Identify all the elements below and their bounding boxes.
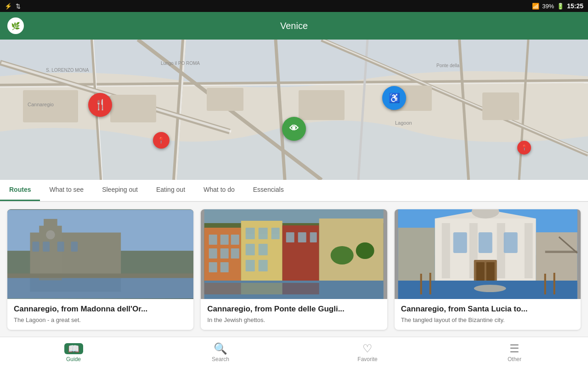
map-area[interactable]: Cannaregio Lagoon S. LORENZO MONA Ponte … xyxy=(0,40,588,180)
bottom-navigation: 📖 Guide 🔍 Search ♡ Favorite ☰ Other xyxy=(0,337,588,368)
svg-rect-36 xyxy=(57,242,64,252)
svg-rect-55 xyxy=(246,244,255,255)
svg-rect-19 xyxy=(299,90,345,120)
card3-title: Cannaregio, from Santa Lucia to... xyxy=(401,305,574,314)
svg-rect-39 xyxy=(30,278,121,292)
svg-rect-58 xyxy=(259,260,268,271)
svg-rect-67 xyxy=(204,283,241,294)
tab-sleeping-out[interactable]: Sleeping out xyxy=(93,180,147,201)
svg-text:Cannaregio: Cannaregio xyxy=(28,102,54,107)
map-marker-eye[interactable]: 👁 xyxy=(282,117,306,141)
svg-rect-80 xyxy=(478,232,492,253)
guide-icon: 📖 xyxy=(64,343,83,354)
favorite-label: Favorite xyxy=(357,356,377,362)
svg-rect-17 xyxy=(110,95,156,122)
card1-desc: The Lagoon - a great set. xyxy=(14,316,187,323)
time: 15:25 xyxy=(567,2,583,10)
svg-point-64 xyxy=(331,246,354,264)
tab-essencials[interactable]: Essencials xyxy=(244,180,293,201)
nav-search[interactable]: 🔍 Search xyxy=(147,337,294,368)
accessibility-icon: ♿ xyxy=(389,92,400,104)
svg-rect-87 xyxy=(545,251,577,253)
search-label: Search xyxy=(212,356,229,362)
card1-title: Cannaregio, from Madonna dell'Or... xyxy=(14,305,187,314)
map-background: Cannaregio Lagoon S. LORENZO MONA Ponte … xyxy=(0,40,588,180)
svg-rect-47 xyxy=(220,248,229,259)
svg-rect-49 xyxy=(209,262,217,272)
tab-what-to-do[interactable]: What to do xyxy=(194,180,244,201)
svg-rect-21 xyxy=(482,92,519,120)
tab-eating-out[interactable]: Eating out xyxy=(147,180,194,201)
card2-title: Cannaregio, from Ponte delle Gugli... xyxy=(207,305,380,314)
wifi-icon: 📶 xyxy=(532,3,539,10)
svg-rect-34 xyxy=(32,242,39,252)
svg-rect-50 xyxy=(220,262,229,272)
svg-rect-84 xyxy=(486,262,494,281)
favorite-icon: ♡ xyxy=(362,343,373,354)
route-card-3[interactable]: Cannaregio, from Santa Lucia to... The t… xyxy=(395,209,581,330)
svg-rect-53 xyxy=(259,228,268,239)
svg-text:Ponte della: Ponte della xyxy=(436,63,459,68)
svg-text:Lungo il PO ROMA: Lungo il PO ROMA xyxy=(161,61,200,66)
restaurant-icon: 🍴 xyxy=(94,99,107,111)
eye-icon: 👁 xyxy=(289,123,299,134)
category-tabs: Routes What to see Sleeping out Eating o… xyxy=(0,180,588,202)
other-label: Other xyxy=(508,356,521,362)
card1-image xyxy=(7,209,193,299)
svg-rect-48 xyxy=(231,248,239,259)
svg-point-94 xyxy=(474,285,506,292)
app-bar: 🌿 Venice xyxy=(0,12,588,40)
svg-rect-44 xyxy=(220,235,229,245)
status-bar: ⚡ ⇅ 📶 39% 🔋 15:25 xyxy=(0,0,588,12)
svg-rect-76 xyxy=(524,223,532,278)
svg-rect-52 xyxy=(246,228,255,239)
pin-icon: 📍 xyxy=(157,137,165,144)
usb-icon: ⚡ xyxy=(5,3,12,10)
svg-rect-18 xyxy=(207,88,243,111)
svg-rect-73 xyxy=(441,223,450,278)
tab-what-to-see[interactable]: What to see xyxy=(40,180,93,201)
card2-image xyxy=(201,209,387,299)
svg-rect-83 xyxy=(476,262,484,281)
card3-body: Cannaregio, from Santa Lucia to... The t… xyxy=(395,299,581,330)
card3-image xyxy=(395,209,581,299)
nav-other[interactable]: ☰ Other xyxy=(441,337,588,368)
guide-label: Guide xyxy=(66,356,81,362)
svg-rect-43 xyxy=(209,235,217,245)
svg-rect-54 xyxy=(271,228,280,239)
svg-rect-61 xyxy=(298,232,306,242)
nav-guide[interactable]: 📖 Guide xyxy=(0,337,147,368)
map-svg: Cannaregio Lagoon S. LORENZO MONA Ponte … xyxy=(0,40,588,180)
svg-rect-56 xyxy=(259,244,268,255)
status-bar-left: ⚡ ⇅ xyxy=(5,3,21,10)
map-marker-pin2[interactable]: 📍 xyxy=(517,141,531,155)
card3-desc: The tangled layout of the Bizantine city… xyxy=(401,316,574,323)
nav-favorite[interactable]: ♡ Favorite xyxy=(294,337,441,368)
tab-routes[interactable]: Routes xyxy=(0,180,40,201)
svg-text:S. LORENZO MONA: S. LORENZO MONA xyxy=(46,68,89,73)
svg-rect-60 xyxy=(286,232,294,242)
svg-rect-45 xyxy=(231,235,239,245)
svg-rect-79 xyxy=(453,232,467,253)
svg-rect-68 xyxy=(241,283,283,294)
svg-text:Lagoon: Lagoon xyxy=(395,120,412,126)
card2-body: Cannaregio, from Ponte delle Gugli... In… xyxy=(201,299,387,330)
svg-rect-37 xyxy=(71,242,78,252)
svg-rect-62 xyxy=(310,232,317,242)
map-marker-accessibility[interactable]: ♿ xyxy=(382,86,406,110)
svg-rect-38 xyxy=(7,274,193,278)
svg-point-65 xyxy=(356,242,374,259)
map-marker-restaurant[interactable]: 🍴 xyxy=(88,93,112,117)
status-bar-right: 📶 39% 🔋 15:25 xyxy=(532,2,583,10)
pin2-icon: 📍 xyxy=(521,144,528,151)
card2-desc: In the Jewish ghettos. xyxy=(207,316,380,323)
map-marker-pin1[interactable]: 📍 xyxy=(153,132,170,149)
route-card-2[interactable]: Cannaregio, from Ponte delle Gugli... In… xyxy=(201,209,387,330)
svg-rect-46 xyxy=(209,248,217,259)
svg-rect-69 xyxy=(283,283,319,294)
battery-icon: 🔋 xyxy=(557,3,564,10)
data-icon: ⇅ xyxy=(16,3,21,10)
route-card-1[interactable]: Cannaregio, from Madonna dell'Or... The … xyxy=(7,209,193,330)
app-logo[interactable]: 🌿 xyxy=(7,17,24,34)
page-title: Venice xyxy=(24,21,564,31)
